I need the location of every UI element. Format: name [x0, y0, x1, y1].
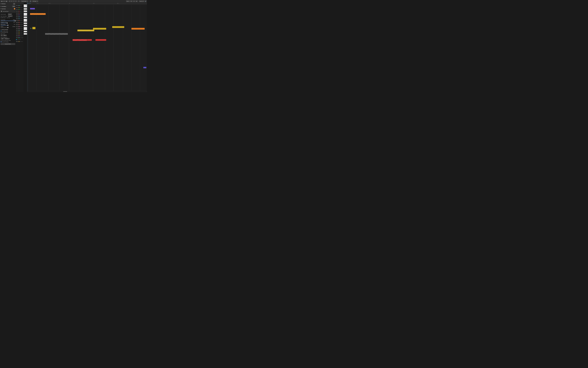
toolbar-snap[interactable]: ✕ — [18, 0, 20, 2]
quantize-pitches-button[interactable]: Quantize Pitches — [1, 43, 15, 45]
track-m-btn[interactable]: M — [16, 41, 17, 42]
grid-area[interactable]: Event Start 13 . 3 13 . 4 14 14 . 2 14 .… — [27, 2, 147, 92]
piano-key-D2[interactable] — [24, 31, 27, 32]
note-gray[interactable] — [45, 33, 68, 35]
track-m-btn[interactable]: M — [16, 9, 17, 10]
track-s-btn[interactable]: S — [18, 22, 19, 23]
scrollbar-thumb[interactable] — [63, 91, 67, 92]
show-scale-note-guides-checkbox[interactable] — [1, 40, 2, 41]
piano-key-B3[interactable] — [24, 6, 27, 8]
track-m-btn[interactable]: M — [16, 26, 17, 27]
use-editor-scale-radio[interactable] — [1, 30, 2, 31]
track-s-btn[interactable]: S — [18, 17, 19, 17]
track-m-btn[interactable]: M — [16, 5, 17, 6]
note-yellow-small[interactable] — [32, 27, 36, 29]
use-quantize-select[interactable]: Use Quantize — [21, 0, 28, 2]
definition-header[interactable]: Definition ◀▶ — [0, 2, 16, 5]
track-m-btn[interactable]: M — [16, 20, 17, 21]
track-s-btn[interactable]: S — [18, 32, 19, 32]
note-red-mid[interactable] — [87, 39, 92, 41]
track-s-btn[interactable]: S — [18, 11, 19, 11]
definition-expand-btn[interactable]: ◀▶ — [13, 3, 15, 5]
track-m-btn[interactable]: M — [16, 13, 17, 13]
toolbar-transport-forward[interactable]: ▶▶ — [5, 0, 8, 2]
edit-variaudio-button[interactable]: Edit VariAudio — [0, 10, 16, 13]
toolbar-select[interactable]: ↖ — [13, 0, 15, 2]
note-yellow-mid[interactable] — [78, 30, 94, 31]
track-s-btn[interactable]: S — [18, 28, 19, 29]
track-s-btn[interactable]: S — [18, 7, 19, 8]
track-m-btn[interactable]: M — [16, 18, 17, 19]
choose-dropdown[interactable]: Choose... ▾ — [5, 38, 10, 39]
track-s-btn[interactable]: S — [18, 18, 19, 19]
track-m-btn[interactable]: M — [16, 22, 17, 23]
note-purple-small[interactable] — [144, 67, 146, 68]
track-s-btn[interactable]: S — [18, 5, 19, 6]
piano-key-D3[interactable] — [24, 17, 27, 18]
track-s-btn[interactable]: S — [18, 13, 19, 13]
piano-key-B2[interactable] — [24, 20, 27, 22]
shift-formant-track[interactable] — [1, 25, 15, 26]
track-s-btn[interactable]: S — [18, 37, 19, 38]
track-m-btn[interactable]: M — [16, 17, 17, 17]
step-checkbox[interactable] — [7, 17, 8, 18]
track-s-btn[interactable]: S — [18, 9, 19, 10]
bottom-scrollbar[interactable] — [27, 91, 147, 92]
piano-key-G2[interactable] — [24, 25, 27, 26]
toolbar-transport-back[interactable]: ◀◀ — [0, 0, 3, 2]
track-m-btn[interactable]: M — [16, 32, 17, 32]
track-s-btn[interactable]: S — [18, 24, 19, 25]
toolbar-magnify[interactable]: 🔍 — [30, 0, 32, 2]
volume-track[interactable] — [1, 27, 15, 28]
piano-key-E2[interactable] — [24, 29, 27, 30]
zoom-button[interactable]: Zoom ▾ — [126, 0, 130, 2]
scale-key-dropdown[interactable]: C ▾ — [1, 35, 3, 36]
piano-key-A3[interactable] — [24, 8, 27, 10]
piano-key-A2[interactable] — [24, 23, 27, 24]
note-purple[interactable] — [30, 8, 35, 9]
use-chord-track-radio[interactable] — [1, 32, 2, 33]
track-s-btn[interactable]: S — [18, 30, 19, 30]
piano-key-F3[interactable] — [24, 13, 27, 14]
snap-pitch-editing-checkbox[interactable]: ✓ — [1, 41, 2, 42]
piano-key-F2[interactable] — [24, 27, 27, 29]
toolbar-scissors[interactable]: ✂ — [15, 0, 17, 2]
note-orange-main[interactable] — [30, 13, 46, 15]
piano-key-G3[interactable] — [24, 11, 27, 12]
mixer-options[interactable]: ≡ ▾ — [133, 0, 135, 2]
track-m-btn[interactable]: M — [16, 24, 17, 25]
track-s-btn[interactable]: S — [18, 26, 19, 27]
toolbar-transport-play[interactable]: ▶ — [3, 0, 5, 2]
scale-type-dropdown[interactable]: Major ▾ — [3, 35, 7, 36]
note-red-left[interactable] — [72, 39, 87, 41]
note-yellow-far[interactable] — [112, 26, 124, 28]
audiowarp-expand-btn[interactable]: ⊞⊞⊞ — [12, 6, 15, 7]
straighten-curve-track[interactable] — [1, 23, 15, 23]
track-s-btn[interactable]: S — [18, 34, 19, 34]
track-m-btn[interactable]: M — [16, 34, 17, 34]
track-m-btn[interactable]: M — [16, 36, 17, 36]
note-red-right[interactable] — [95, 39, 106, 41]
toolbar-pencil[interactable]: ✎ — [11, 0, 13, 2]
toolbar-loop[interactable]: ⟲ — [9, 0, 11, 2]
track-s-btn[interactable]: S — [18, 15, 19, 15]
track-s-btn[interactable]: S — [18, 36, 19, 36]
track-m-btn[interactable]: M — [16, 15, 17, 15]
note-yellow-right[interactable] — [93, 28, 106, 30]
track-m-btn[interactable]: M — [16, 37, 17, 38]
note-orange-far[interactable] — [131, 28, 145, 30]
scale-assistant-header[interactable]: Scale Assistant — [1, 29, 15, 30]
piano-key-E3[interactable] — [24, 14, 27, 16]
variaudio-header[interactable]: VariAudio V — [0, 8, 16, 10]
track-m-btn[interactable]: M — [16, 11, 17, 11]
track-m-btn[interactable]: M — [16, 30, 17, 30]
track-s-btn[interactable]: S — [18, 41, 19, 42]
view-options[interactable]: 👁 ▾ — [130, 0, 133, 2]
track-s-btn[interactable]: S — [18, 20, 19, 21]
pitch-snap-mode-dropdown[interactable]: Absolute ▾ — [8, 15, 13, 17]
track-m-btn[interactable]: M — [16, 7, 17, 8]
quantize-value-select[interactable]: 1/8 Triplet — [32, 0, 38, 2]
suggestions-value-input[interactable] — [1, 38, 4, 39]
more-options[interactable]: ⊞ ▾ — [135, 0, 138, 2]
piano-key-C2[interactable]: C2 — [24, 33, 27, 35]
